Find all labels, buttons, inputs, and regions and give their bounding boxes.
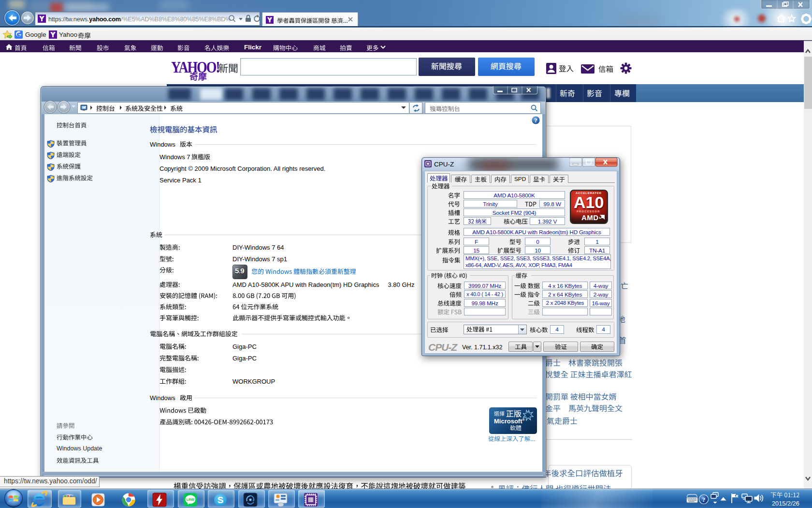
svg-text:LINE: LINE (186, 497, 194, 502)
svg-text:S: S (218, 495, 224, 505)
svg-text:?: ? (702, 496, 706, 503)
svg-text:?: ? (535, 117, 537, 124)
